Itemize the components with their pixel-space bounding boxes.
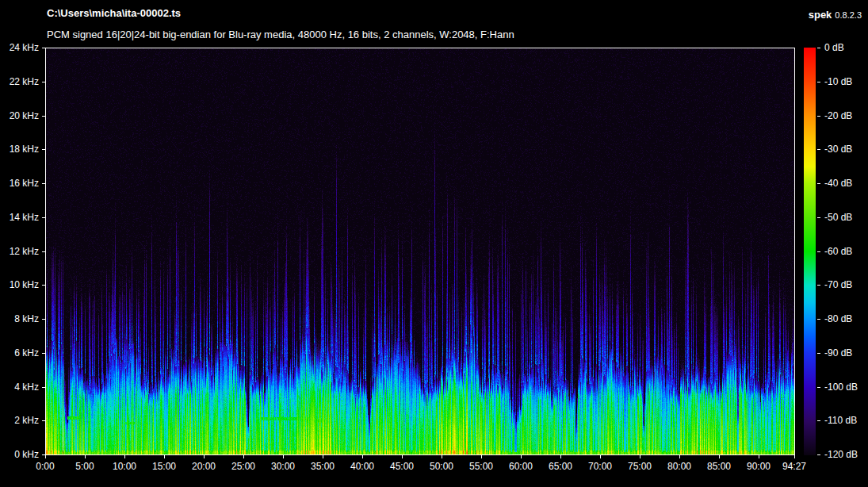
legend-tick-label: -30 dB — [824, 144, 867, 155]
freq-tick — [42, 420, 45, 421]
time-tick — [243, 455, 244, 458]
legend-tick — [817, 454, 820, 455]
legend-tick — [817, 116, 820, 117]
freq-tick-label: 24 kHz — [0, 42, 39, 53]
legend-tick-label: -110 dB — [824, 415, 867, 426]
time-tick — [124, 455, 125, 458]
freq-tick-label: 6 kHz — [0, 347, 39, 359]
file-path: C:\Users\micha\ita-00002.ts — [47, 7, 181, 19]
time-tick — [45, 455, 46, 458]
app-name: spek — [809, 9, 832, 21]
freq-tick-label: 12 kHz — [0, 246, 39, 257]
freq-tick — [42, 285, 45, 286]
app-version: 0.8.2.3 — [835, 10, 862, 20]
time-tick — [362, 455, 363, 458]
freq-tick-label: 22 kHz — [0, 76, 39, 87]
time-tick — [640, 455, 640, 458]
freq-tick-label: 10 kHz — [0, 279, 39, 290]
freq-tick-label: 20 kHz — [0, 110, 39, 121]
time-tick — [600, 455, 601, 458]
spek-window: { "header": { "file_path": "C:\\Users\\m… — [0, 0, 868, 487]
legend-tick-label: 0 dB — [824, 42, 867, 53]
legend-tick-label: -90 dB — [824, 347, 867, 359]
time-tick — [283, 455, 284, 458]
time-tick — [85, 455, 86, 458]
legend-tick — [817, 82, 820, 82]
time-tick — [481, 455, 482, 458]
freq-tick — [42, 116, 45, 117]
spectrogram-frame — [45, 48, 795, 455]
freq-tick-label: 2 kHz — [0, 415, 39, 426]
freq-tick — [42, 319, 45, 320]
freq-tick — [42, 149, 45, 150]
legend-gradient-bar — [804, 48, 816, 455]
freq-tick-label: 18 kHz — [0, 144, 39, 155]
stream-description: PCM signed 16|20|24-bit big-endian for B… — [47, 29, 514, 40]
legend-tick — [817, 319, 820, 320]
freq-tick — [42, 251, 45, 252]
legend-tick — [817, 251, 820, 252]
time-tick — [719, 455, 720, 458]
time-tick — [442, 455, 442, 458]
time-tick — [323, 455, 323, 458]
app-brand: spek0.8.2.3 — [809, 7, 862, 21]
time-tick — [521, 455, 522, 458]
legend-tick-label: -20 dB — [824, 110, 867, 121]
spectrogram-canvas — [46, 48, 794, 454]
time-tick — [402, 455, 403, 458]
time-tick — [204, 455, 205, 458]
legend-tick-label: -10 dB — [824, 76, 867, 87]
legend-tick-label: -100 dB — [824, 382, 867, 393]
legend-tick-label: -40 dB — [824, 178, 867, 189]
freq-tick-label: 14 kHz — [0, 212, 39, 223]
time-tick — [164, 455, 165, 458]
legend-tick — [817, 183, 820, 184]
freq-tick-label: 8 kHz — [0, 313, 39, 324]
freq-tick-label: 16 kHz — [0, 178, 39, 189]
legend-tick — [817, 387, 820, 388]
freq-tick — [42, 183, 45, 184]
legend-tick — [817, 285, 820, 286]
time-tick-label: 94:27 — [770, 461, 818, 472]
legend-tick-label: -80 dB — [824, 313, 867, 324]
legend-tick-label: -70 dB — [824, 279, 867, 290]
freq-tick — [42, 48, 45, 48]
time-tick — [759, 455, 759, 458]
freq-tick — [42, 353, 45, 354]
freq-tick-label: 0 kHz — [0, 449, 39, 460]
freq-tick — [42, 217, 45, 218]
freq-tick-label: 4 kHz — [0, 382, 39, 393]
time-tick — [794, 455, 795, 458]
legend-tick — [817, 217, 820, 218]
freq-tick — [42, 82, 45, 82]
legend-tick-label: -50 dB — [824, 212, 867, 223]
legend-tick — [817, 48, 820, 48]
time-tick — [560, 455, 561, 458]
legend-tick — [817, 149, 820, 150]
legend-tick-label: -60 dB — [824, 246, 867, 257]
legend-tick — [817, 420, 820, 421]
legend-tick-label: -120 dB — [824, 449, 867, 460]
time-tick — [679, 455, 680, 458]
freq-tick — [42, 387, 45, 388]
legend-tick — [817, 353, 820, 354]
